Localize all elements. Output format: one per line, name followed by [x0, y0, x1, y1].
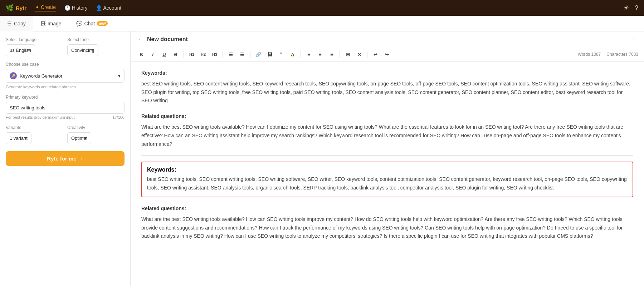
toolbar-sep6: [367, 51, 367, 58]
image-label: Image: [48, 21, 62, 26]
tone-select[interactable]: Convincing: [67, 44, 98, 56]
editor-content[interactable]: Keywords: best SEO writing tools, SEO co…: [131, 62, 644, 286]
copy-icon: ☰: [7, 21, 12, 26]
editor-area: ← New document ⋮ B I U S H1 H2 H3 ☰ ☰ 🔗 …: [131, 31, 644, 286]
logo-text: Rytr: [16, 5, 26, 11]
ryte-button-label: Ryte for me →: [47, 156, 83, 162]
related-label-1: Related questions:: [141, 112, 633, 121]
highlight-button[interactable]: A: [288, 49, 298, 59]
input-hint-text: For best results provide maximum input: [6, 115, 75, 119]
account-label: 👤 Account: [96, 5, 121, 11]
variants-creativity-row: Variants 1 variant Creativity Optimal: [6, 125, 125, 144]
creativity-select[interactable]: Optimal: [67, 132, 91, 144]
toolbar-sep1: [184, 51, 184, 58]
keywords-section-2-highlighted: Keywords: best SEO writing tools, SEO co…: [141, 162, 633, 197]
bullet-list-button[interactable]: ☰: [226, 49, 236, 59]
ryte-button[interactable]: Ryte for me →: [6, 151, 125, 166]
editor-title: ← New document: [138, 35, 188, 43]
history-label: 🕐 History: [64, 5, 87, 11]
input-hint: For best results provide maximum input 1…: [6, 115, 125, 119]
related-section-1: Related questions: What are the best SEO…: [141, 112, 633, 148]
main-layout: Select language us English Select tone C…: [0, 31, 644, 286]
use-case-select[interactable]: 🔑 Keywords Generator ▾: [6, 69, 125, 83]
toolbar-sep2: [223, 51, 223, 58]
use-case-icon: 🔑: [10, 72, 17, 79]
keywords-text-1: best SEO writing tools, SEO content writ…: [141, 81, 630, 104]
clear-format-button[interactable]: ✕: [354, 49, 364, 59]
keywords-label-1: Keywords:: [141, 69, 633, 78]
copy-label: Copy: [14, 21, 26, 26]
link-button[interactable]: 🔗: [253, 49, 263, 59]
use-case-hint: Generate keywords and related phrases: [6, 85, 125, 89]
editor-header: ← New document ⋮: [131, 31, 644, 47]
sub-nav: ☰ Copy 🖼 Image 💬 Chat new: [0, 16, 644, 31]
nav-item-account[interactable]: 👤 Account: [96, 5, 121, 11]
content-divider: [141, 156, 633, 156]
primary-keyword-input[interactable]: [6, 102, 125, 114]
image-icon: 🖼: [40, 21, 45, 26]
create-label: ✦ Create: [35, 4, 56, 10]
editor-more-button[interactable]: ⋮: [631, 36, 637, 43]
language-select[interactable]: us English: [6, 44, 35, 56]
back-arrow[interactable]: ←: [138, 35, 144, 43]
table-button[interactable]: ⊞: [343, 49, 353, 59]
underline-button[interactable]: U: [159, 49, 169, 59]
tone-label: Select tone: [67, 37, 125, 42]
chat-label: Chat: [84, 21, 95, 26]
creativity-label: Creativity: [67, 125, 125, 130]
word-count: Words 1087: [578, 52, 601, 57]
italic-button[interactable]: I: [148, 49, 158, 59]
undo-button[interactable]: ↩: [370, 49, 380, 59]
variants-select[interactable]: 1 variant: [6, 132, 31, 144]
use-case-value-wrapper: 🔑 Keywords Generator: [10, 72, 62, 79]
language-group: Select language us English: [6, 37, 63, 56]
align-center-button[interactable]: ≡: [315, 49, 325, 59]
strikethrough-button[interactable]: S: [171, 49, 181, 59]
h1-button[interactable]: H1: [187, 49, 197, 59]
keywords-text-2: best SEO writing tools, SEO content writ…: [147, 176, 627, 191]
nav-item-create[interactable]: ✦ Create: [35, 4, 56, 11]
more-icon: ⋮: [631, 36, 637, 43]
nav-item-history[interactable]: 🕐 History: [64, 5, 87, 11]
align-right-button[interactable]: ≡: [327, 49, 337, 59]
variants-group: Variants 1 variant: [6, 125, 63, 144]
language-label: Select language: [6, 37, 63, 42]
chat-badge: new: [97, 21, 107, 26]
keywords-section-1: Keywords: best SEO writing tools, SEO co…: [141, 69, 633, 105]
chat-icon: 💬: [76, 21, 82, 26]
align-left-button[interactable]: ≡: [304, 49, 314, 59]
bold-button[interactable]: B: [136, 49, 146, 59]
numbered-list-button[interactable]: ☰: [237, 49, 247, 59]
editor-toolbar: B I U S H1 H2 H3 ☰ ☰ 🔗 🖼 " A ≡ ≡ ≡ ⊞ ✕ ↩…: [131, 47, 644, 62]
redo-button[interactable]: ↪: [382, 49, 392, 59]
theme-icon[interactable]: ☀: [623, 4, 629, 12]
char-count: Characters 7633: [606, 52, 638, 57]
use-case-value: Keywords Generator: [20, 73, 62, 79]
use-case-label: Choose use case: [6, 62, 125, 67]
tone-group: Select tone Convincing: [67, 37, 125, 56]
top-nav-left: 🌿 Rytr ✦ Create 🕐 History 👤 Account: [6, 4, 121, 12]
toolbar-sep3: [250, 51, 250, 58]
quote-button[interactable]: ": [276, 49, 286, 59]
related-text-1: What are the best SEO writing tools avai…: [141, 124, 623, 147]
keywords-label-2: Keywords:: [147, 167, 628, 173]
use-case-chevron-icon: ▾: [118, 73, 121, 79]
variants-label: Variants: [6, 125, 63, 130]
h3-button[interactable]: H3: [210, 49, 220, 59]
logo[interactable]: 🌿 Rytr: [6, 4, 26, 12]
logo-icon: 🌿: [6, 4, 14, 12]
toolbar-sep4: [301, 51, 301, 58]
primary-keyword-label: Primary keyword: [6, 95, 125, 100]
sub-nav-chat[interactable]: 💬 Chat new: [69, 16, 115, 31]
left-sidebar: Select language us English Select tone C…: [0, 31, 131, 286]
input-count: 17/100: [112, 115, 125, 119]
top-nav: 🌿 Rytr ✦ Create 🕐 History 👤 Account ☀ ?: [0, 0, 644, 16]
sub-nav-copy[interactable]: ☰ Copy: [0, 16, 33, 31]
related-section-2: Related questions: What are the best SEO…: [141, 204, 633, 241]
top-nav-right: ☀ ?: [623, 4, 638, 12]
sub-nav-image[interactable]: 🖼 Image: [33, 16, 69, 31]
help-icon[interactable]: ?: [635, 4, 638, 12]
related-label-2: Related questions:: [141, 204, 633, 213]
h2-button[interactable]: H2: [198, 49, 208, 59]
image-button[interactable]: 🖼: [265, 49, 275, 59]
